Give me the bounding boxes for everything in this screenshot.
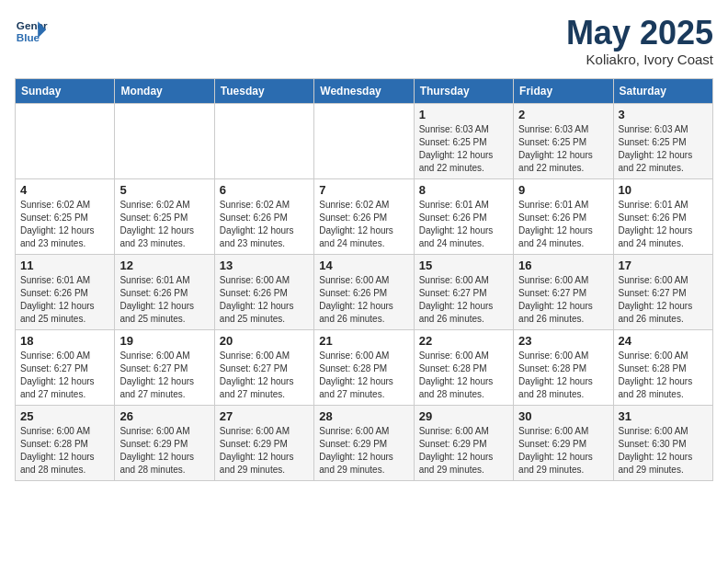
calendar-cell: 17Sunrise: 6:00 AM Sunset: 6:27 PM Dayli…	[613, 254, 712, 329]
day-info: Sunrise: 6:01 AM Sunset: 6:26 PM Dayligh…	[619, 199, 708, 250]
calendar-cell: 20Sunrise: 6:00 AM Sunset: 6:27 PM Dayli…	[214, 329, 313, 405]
calendar-cell: 12Sunrise: 6:01 AM Sunset: 6:26 PM Dayli…	[115, 254, 214, 329]
day-info: Sunrise: 6:00 AM Sunset: 6:28 PM Dayligh…	[319, 350, 408, 401]
calendar-cell: 5Sunrise: 6:02 AM Sunset: 6:25 PM Daylig…	[115, 178, 214, 254]
day-info: Sunrise: 6:00 AM Sunset: 6:26 PM Dayligh…	[220, 274, 309, 326]
location-subtitle: Koliakro, Ivory Coast	[566, 52, 713, 67]
day-info: Sunrise: 6:01 AM Sunset: 6:26 PM Dayligh…	[20, 274, 109, 326]
day-info: Sunrise: 6:00 AM Sunset: 6:26 PM Dayligh…	[319, 274, 408, 326]
calendar-cell: 6Sunrise: 6:02 AM Sunset: 6:26 PM Daylig…	[214, 178, 313, 254]
day-number: 2	[518, 108, 608, 121]
calendar-cell	[16, 103, 115, 178]
day-number: 24	[619, 334, 708, 348]
calendar-cell: 8Sunrise: 6:01 AM Sunset: 6:26 PM Daylig…	[414, 178, 513, 254]
calendar-cell: 7Sunrise: 6:02 AM Sunset: 6:26 PM Daylig…	[314, 178, 414, 254]
day-info: Sunrise: 6:03 AM Sunset: 6:25 PM Dayligh…	[518, 123, 608, 175]
day-info: Sunrise: 6:00 AM Sunset: 6:27 PM Dayligh…	[220, 350, 309, 401]
day-number: 1	[419, 108, 508, 121]
day-info: Sunrise: 6:01 AM Sunset: 6:26 PM Dayligh…	[419, 199, 508, 250]
calendar-cell: 24Sunrise: 6:00 AM Sunset: 6:28 PM Dayli…	[613, 329, 712, 405]
day-number: 11	[20, 259, 109, 272]
calendar-cell: 1Sunrise: 6:03 AM Sunset: 6:25 PM Daylig…	[414, 103, 513, 178]
day-number: 19	[119, 334, 209, 348]
day-number: 9	[518, 183, 608, 197]
day-info: Sunrise: 6:00 AM Sunset: 6:29 PM Dayligh…	[319, 425, 408, 477]
day-number: 12	[119, 259, 209, 272]
day-number: 20	[220, 334, 309, 348]
weekday-header-wednesday: Wednesday	[314, 78, 414, 103]
day-number: 5	[119, 183, 209, 197]
weekday-header-thursday: Thursday	[414, 78, 513, 103]
calendar-cell: 28Sunrise: 6:00 AM Sunset: 6:29 PM Dayli…	[314, 405, 414, 480]
calendar-cell: 26Sunrise: 6:00 AM Sunset: 6:29 PM Dayli…	[115, 405, 214, 480]
day-number: 6	[220, 183, 309, 197]
calendar-cell	[115, 103, 214, 178]
day-number: 3	[619, 108, 708, 121]
calendar-cell	[214, 103, 313, 178]
day-info: Sunrise: 6:00 AM Sunset: 6:27 PM Dayligh…	[119, 350, 209, 401]
day-info: Sunrise: 6:03 AM Sunset: 6:25 PM Dayligh…	[619, 123, 708, 175]
calendar-cell: 21Sunrise: 6:00 AM Sunset: 6:28 PM Dayli…	[314, 329, 414, 405]
day-number: 27	[220, 409, 309, 423]
calendar-cell: 22Sunrise: 6:00 AM Sunset: 6:28 PM Dayli…	[414, 329, 513, 405]
day-number: 14	[319, 259, 408, 272]
day-number: 29	[419, 409, 508, 423]
day-info: Sunrise: 6:02 AM Sunset: 6:25 PM Dayligh…	[20, 199, 109, 250]
weekday-header-tuesday: Tuesday	[214, 78, 313, 103]
calendar-cell: 9Sunrise: 6:01 AM Sunset: 6:26 PM Daylig…	[514, 178, 613, 254]
day-number: 25	[20, 409, 109, 423]
calendar-cell: 2Sunrise: 6:03 AM Sunset: 6:25 PM Daylig…	[514, 103, 613, 178]
calendar-table: SundayMondayTuesdayWednesdayThursdayFrid…	[15, 78, 713, 481]
day-number: 16	[518, 259, 608, 272]
day-info: Sunrise: 6:00 AM Sunset: 6:27 PM Dayligh…	[518, 274, 608, 326]
calendar-cell: 25Sunrise: 6:00 AM Sunset: 6:28 PM Dayli…	[16, 405, 115, 480]
day-info: Sunrise: 6:00 AM Sunset: 6:30 PM Dayligh…	[619, 425, 708, 477]
day-number: 17	[619, 259, 708, 272]
day-info: Sunrise: 6:00 AM Sunset: 6:28 PM Dayligh…	[20, 425, 109, 477]
logo: General Blue	[15, 15, 48, 48]
calendar-cell: 16Sunrise: 6:00 AM Sunset: 6:27 PM Dayli…	[514, 254, 613, 329]
logo-icon: General Blue	[15, 15, 48, 48]
calendar-cell: 10Sunrise: 6:01 AM Sunset: 6:26 PM Dayli…	[613, 178, 712, 254]
day-info: Sunrise: 6:00 AM Sunset: 6:27 PM Dayligh…	[619, 274, 708, 326]
calendar-cell: 4Sunrise: 6:02 AM Sunset: 6:25 PM Daylig…	[16, 178, 115, 254]
day-info: Sunrise: 6:00 AM Sunset: 6:29 PM Dayligh…	[518, 425, 608, 477]
day-number: 10	[619, 183, 708, 197]
title-block: May 2025 Koliakro, Ivory Coast	[566, 15, 713, 67]
day-info: Sunrise: 6:00 AM Sunset: 6:27 PM Dayligh…	[419, 274, 508, 326]
day-number: 15	[419, 259, 508, 272]
day-info: Sunrise: 6:03 AM Sunset: 6:25 PM Dayligh…	[419, 123, 508, 175]
day-info: Sunrise: 6:00 AM Sunset: 6:29 PM Dayligh…	[220, 425, 309, 477]
calendar-cell: 27Sunrise: 6:00 AM Sunset: 6:29 PM Dayli…	[214, 405, 313, 480]
day-number: 31	[619, 409, 708, 423]
day-number: 13	[220, 259, 309, 272]
main-title: May 2025	[566, 15, 713, 52]
day-number: 18	[20, 334, 109, 348]
day-info: Sunrise: 6:00 AM Sunset: 6:28 PM Dayligh…	[619, 350, 708, 401]
day-number: 4	[20, 183, 109, 197]
day-info: Sunrise: 6:00 AM Sunset: 6:27 PM Dayligh…	[20, 350, 109, 401]
day-info: Sunrise: 6:00 AM Sunset: 6:28 PM Dayligh…	[518, 350, 608, 401]
day-number: 21	[319, 334, 408, 348]
day-info: Sunrise: 6:02 AM Sunset: 6:26 PM Dayligh…	[220, 199, 309, 250]
day-info: Sunrise: 6:00 AM Sunset: 6:29 PM Dayligh…	[419, 425, 508, 477]
calendar-cell: 30Sunrise: 6:00 AM Sunset: 6:29 PM Dayli…	[514, 405, 613, 480]
weekday-header-friday: Friday	[514, 78, 613, 103]
calendar-cell: 18Sunrise: 6:00 AM Sunset: 6:27 PM Dayli…	[16, 329, 115, 405]
calendar-cell: 19Sunrise: 6:00 AM Sunset: 6:27 PM Dayli…	[115, 329, 214, 405]
day-info: Sunrise: 6:02 AM Sunset: 6:26 PM Dayligh…	[319, 199, 408, 250]
day-number: 26	[119, 409, 209, 423]
calendar-cell: 29Sunrise: 6:00 AM Sunset: 6:29 PM Dayli…	[414, 405, 513, 480]
calendar-cell: 23Sunrise: 6:00 AM Sunset: 6:28 PM Dayli…	[514, 329, 613, 405]
day-number: 23	[518, 334, 608, 348]
day-number: 7	[319, 183, 408, 197]
day-number: 22	[419, 334, 508, 348]
weekday-header-monday: Monday	[115, 78, 214, 103]
day-info: Sunrise: 6:00 AM Sunset: 6:29 PM Dayligh…	[119, 425, 209, 477]
page-header: General Blue May 2025 Koliakro, Ivory Co…	[15, 15, 713, 67]
calendar-cell: 13Sunrise: 6:00 AM Sunset: 6:26 PM Dayli…	[214, 254, 313, 329]
day-number: 30	[518, 409, 608, 423]
calendar-cell: 15Sunrise: 6:00 AM Sunset: 6:27 PM Dayli…	[414, 254, 513, 329]
day-number: 8	[419, 183, 508, 197]
calendar-cell	[314, 103, 414, 178]
